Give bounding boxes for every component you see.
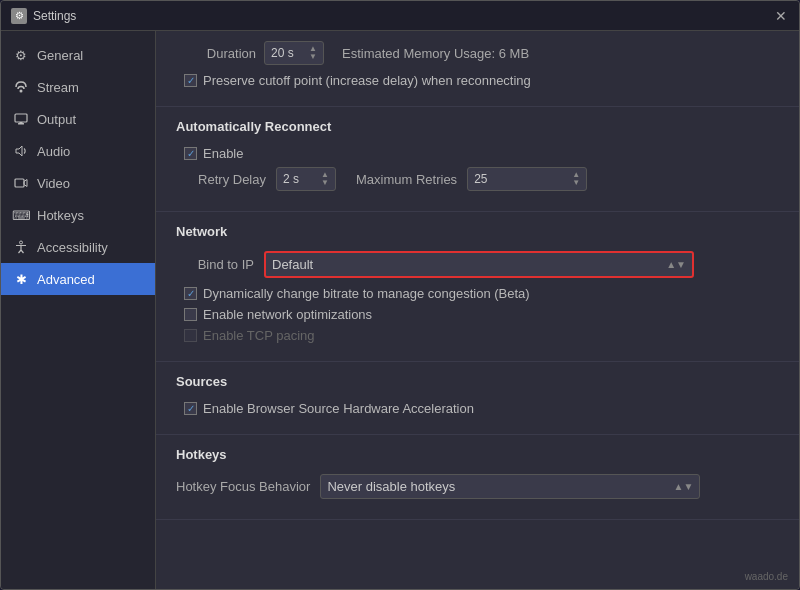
network-opt-checkbox[interactable] [184, 308, 197, 321]
retry-delay-label: Retry Delay [176, 172, 266, 187]
network-section: Network Bind to IP Default ▲▼ Dynamicall… [156, 212, 799, 362]
retry-delay-arrows[interactable]: ▲▼ [321, 171, 329, 187]
sidebar: ⚙ General Stream [1, 31, 156, 589]
accessibility-icon [13, 239, 29, 255]
hardware-accel-checkbox[interactable] [184, 402, 197, 415]
sidebar-label-stream: Stream [37, 80, 79, 95]
network-opt-row: Enable network optimizations [176, 307, 779, 322]
retry-delay-spinbox[interactable]: 2 s ▲▼ [276, 167, 336, 191]
hotkeys-header: Hotkeys [176, 447, 779, 462]
sources-header: Sources [176, 374, 779, 389]
sidebar-label-advanced: Advanced [37, 272, 95, 287]
hotkeys-section: Hotkeys Hotkey Focus Behavior Never disa… [156, 435, 799, 520]
svg-point-5 [20, 241, 23, 244]
retry-row: Retry Delay 2 s ▲▼ Maximum Retries 25 ▲▼ [176, 167, 779, 191]
bitrate-row: Dynamically change bitrate to manage con… [176, 286, 779, 301]
duration-value: 20 s [271, 46, 294, 60]
tcp-pacing-row: Enable TCP pacing [176, 328, 779, 343]
hardware-accel-row: Enable Browser Source Hardware Accelerat… [176, 401, 779, 416]
sidebar-item-video[interactable]: Video [1, 167, 155, 199]
bind-to-ip-select[interactable]: Default ▲▼ [264, 251, 694, 278]
hotkey-focus-label: Hotkey Focus Behavior [176, 479, 310, 494]
sidebar-item-general[interactable]: ⚙ General [1, 39, 155, 71]
titlebar-left: ⚙ Settings [11, 8, 76, 24]
hotkey-focus-value: Never disable hotkeys [327, 479, 455, 494]
sidebar-label-hotkeys: Hotkeys [37, 208, 84, 223]
tcp-pacing-label: Enable TCP pacing [203, 328, 315, 343]
stream-icon [13, 79, 29, 95]
svg-point-0 [20, 90, 23, 93]
enable-label: Enable [203, 146, 243, 161]
sources-section: Sources Enable Browser Source Hardware A… [156, 362, 799, 435]
hotkey-focus-row: Hotkey Focus Behavior Never disable hotk… [176, 474, 779, 499]
preserve-row: Preserve cutoff point (increase delay) w… [176, 73, 779, 88]
advanced-icon: ✱ [13, 271, 29, 287]
bind-to-ip-row: Bind to IP Default ▲▼ [176, 251, 779, 278]
max-retries-spinbox[interactable]: 25 ▲▼ [467, 167, 587, 191]
enable-row: Enable [176, 146, 779, 161]
retry-delay-value: 2 s [283, 172, 299, 186]
main-content-area: Duration 20 s ▲▼ Estimated Memory Usage:… [156, 31, 799, 589]
hotkey-focus-select[interactable]: Never disable hotkeys ▲▼ [320, 474, 700, 499]
sidebar-item-stream[interactable]: Stream [1, 71, 155, 103]
sidebar-label-accessibility: Accessibility [37, 240, 108, 255]
sidebar-label-video: Video [37, 176, 70, 191]
duration-label: Duration [176, 46, 256, 61]
close-button[interactable]: ✕ [773, 8, 789, 24]
duration-spinbox[interactable]: 20 s ▲▼ [264, 41, 324, 65]
sidebar-item-advanced[interactable]: ✱ Advanced [1, 263, 155, 295]
general-icon: ⚙ [13, 47, 29, 63]
window-title: Settings [33, 9, 76, 23]
hotkeys-icon: ⌨ [13, 207, 29, 223]
auto-reconnect-header: Automatically Reconnect [176, 119, 779, 134]
svg-rect-4 [15, 179, 24, 187]
bind-to-ip-label: Bind to IP [184, 257, 254, 272]
output-icon [13, 111, 29, 127]
bind-to-ip-value: Default [272, 257, 313, 272]
max-retries-label: Maximum Retries [356, 172, 457, 187]
svg-rect-3 [20, 122, 23, 123]
sidebar-label-output: Output [37, 112, 76, 127]
network-header: Network [176, 224, 779, 239]
watermark: waado.de [745, 571, 788, 582]
sidebar-item-output[interactable]: Output [1, 103, 155, 135]
titlebar: ⚙ Settings ✕ [1, 1, 799, 31]
main-layout: ⚙ General Stream [1, 31, 799, 589]
preserve-checkbox[interactable] [184, 74, 197, 87]
hotkey-focus-arrow: ▲▼ [674, 481, 694, 492]
network-opt-label: Enable network optimizations [203, 307, 372, 322]
video-icon [13, 175, 29, 191]
audio-icon [13, 143, 29, 159]
memory-usage-text: Estimated Memory Usage: 6 MB [342, 46, 529, 61]
max-retries-value: 25 [474, 172, 487, 186]
duration-section: Duration 20 s ▲▼ Estimated Memory Usage:… [156, 31, 799, 107]
hardware-accel-label: Enable Browser Source Hardware Accelerat… [203, 401, 474, 416]
svg-rect-1 [15, 114, 27, 122]
settings-icon: ⚙ [11, 8, 27, 24]
auto-reconnect-section: Automatically Reconnect Enable Retry Del… [156, 107, 799, 212]
sidebar-item-hotkeys[interactable]: ⌨ Hotkeys [1, 199, 155, 231]
enable-checkbox[interactable] [184, 147, 197, 160]
settings-window: ⚙ Settings ✕ ⚙ General Stream [0, 0, 800, 590]
duration-arrows[interactable]: ▲▼ [309, 45, 317, 61]
sidebar-item-accessibility[interactable]: Accessibility [1, 231, 155, 263]
sidebar-label-general: General [37, 48, 83, 63]
bind-to-ip-arrow: ▲▼ [666, 259, 686, 270]
bitrate-checkbox[interactable] [184, 287, 197, 300]
sidebar-item-audio[interactable]: Audio [1, 135, 155, 167]
sidebar-label-audio: Audio [37, 144, 70, 159]
tcp-pacing-checkbox[interactable] [184, 329, 197, 342]
bitrate-label: Dynamically change bitrate to manage con… [203, 286, 530, 301]
preserve-label: Preserve cutoff point (increase delay) w… [203, 73, 531, 88]
max-retries-arrows[interactable]: ▲▼ [572, 171, 580, 187]
svg-rect-2 [18, 123, 24, 125]
duration-row: Duration 20 s ▲▼ Estimated Memory Usage:… [176, 41, 779, 65]
